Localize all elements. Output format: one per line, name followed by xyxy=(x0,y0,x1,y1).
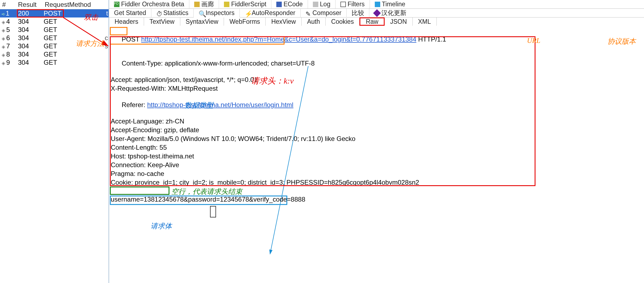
tab-log[interactable]: Log xyxy=(308,0,336,8)
ar-icon xyxy=(245,10,250,16)
inspector-tab-syntaxview[interactable]: SyntaxView xyxy=(180,17,224,26)
tab-label: Timeline xyxy=(382,1,405,8)
tab-ecode[interactable]: ECode xyxy=(271,0,308,8)
second-tabs: Get StartedStatisticsInspectorsAutoRespo… xyxy=(109,9,644,17)
tab-label: Inspectors xyxy=(206,9,235,17)
stats-icon xyxy=(156,10,162,16)
box-headers xyxy=(110,36,535,186)
anno-protocol: 协议版本 xyxy=(607,37,636,46)
tab-fiddler-orchestra-beta[interactable]: FOFiddler Orchestra Beta xyxy=(109,0,189,8)
tab-label: Log xyxy=(320,1,330,8)
tab-label: 画廊 xyxy=(201,0,214,8)
tab-inspectors[interactable]: Inspectors xyxy=(194,9,240,17)
inspector-sub-tabs: HeadersTextViewSyntaxViewWebFormsHexView… xyxy=(109,17,644,26)
inspector-tab-raw[interactable]: Raw xyxy=(360,17,385,26)
tab-fiddlerscript[interactable]: FiddlerScript xyxy=(219,0,271,8)
tab-composer[interactable]: Composer xyxy=(301,9,347,17)
tab-get-started[interactable]: Get Started xyxy=(109,9,151,17)
anno-url: URL xyxy=(527,37,540,45)
tab-statistics[interactable]: Statistics xyxy=(151,9,194,17)
inspector-tab-cookies[interactable]: Cookies xyxy=(326,17,360,26)
inspector-tab-textview[interactable]: TextView xyxy=(144,17,180,26)
tab--[interactable]: 画廊 xyxy=(189,0,219,8)
gallery-icon xyxy=(194,2,200,7)
tab--[interactable]: 比较 xyxy=(347,9,369,17)
timeline-icon xyxy=(375,2,380,7)
insp-icon xyxy=(199,10,204,16)
box-body xyxy=(110,196,287,205)
log-icon xyxy=(313,2,318,7)
inspector-tab-headers[interactable]: Headers xyxy=(109,17,144,26)
tab-filters[interactable]: Filters xyxy=(336,0,370,8)
tab-label: Get Started xyxy=(114,9,146,17)
fo-icon: FO xyxy=(114,2,119,7)
tab-autoresponder[interactable]: AutoResponder xyxy=(240,9,301,17)
tab-timeline[interactable]: Timeline xyxy=(370,0,410,8)
update-icon xyxy=(373,9,381,17)
top-tabs: FOFiddler Orchestra Beta画廊FiddlerScriptE… xyxy=(109,0,644,9)
tab-label: 比较 xyxy=(352,9,364,17)
tab--[interactable]: 汉化更新 xyxy=(369,9,411,17)
ecode-icon xyxy=(276,2,282,7)
tab-label: ECode xyxy=(283,1,302,8)
anno-datatype: 数据类型 xyxy=(185,101,213,110)
tab-label: Statistics xyxy=(163,9,188,17)
inspector-tab-auth[interactable]: Auth xyxy=(302,17,326,26)
anno-headers: 请求头：k:v xyxy=(251,75,294,87)
tab-label: Composer xyxy=(313,9,342,17)
tab-label: FiddlerScript xyxy=(231,1,266,8)
script-icon xyxy=(224,2,229,7)
anno-dblclick: 双击 xyxy=(84,13,98,22)
inspector-tab-xml[interactable]: XML xyxy=(413,17,437,26)
anno-request-method: 请求方法 xyxy=(76,39,104,48)
box-method xyxy=(110,27,127,35)
tab-label: AutoResponder xyxy=(252,9,295,17)
comp-icon xyxy=(305,10,311,16)
filter-icon xyxy=(340,2,346,7)
box-caret xyxy=(210,206,216,217)
right-pane: FOFiddler Orchestra Beta画廊FiddlerScriptE… xyxy=(109,0,644,283)
inspector-tab-webforms[interactable]: WebForms xyxy=(224,17,266,26)
inspector-tab-json[interactable]: JSON xyxy=(385,17,412,26)
tab-label: Fiddler Orchestra Beta xyxy=(121,1,184,8)
box-empty-line xyxy=(110,187,169,195)
anno-empty-line: 空行，代表请求头结束 xyxy=(171,187,242,196)
inspector-tab-hexview[interactable]: HexView xyxy=(266,17,301,26)
anno-body: 请求体 xyxy=(151,221,172,231)
tab-label: Filters xyxy=(348,1,365,8)
tab-label: 汉化更新 xyxy=(381,9,406,17)
